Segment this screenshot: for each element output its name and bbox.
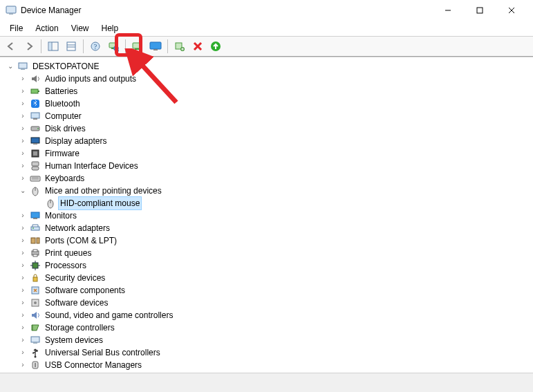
keyboard-icon: [30, 173, 41, 184]
svg-rect-54: [31, 227, 39, 230]
tree-category[interactable]: › Security devices: [3, 272, 533, 284]
expander-icon[interactable]: ⌄: [18, 185, 28, 197]
tree-device-label: HID-compliant mouse: [58, 196, 142, 210]
expander-icon[interactable]: ›: [18, 73, 28, 85]
tree-category-label: Print queues: [43, 247, 93, 259]
tree-category-label: Keyboards: [43, 172, 86, 185]
tree-category[interactable]: › Software components: [3, 284, 533, 297]
monitor-button[interactable]: [147, 38, 164, 55]
sound-icon: [30, 310, 41, 321]
scan-hardware-button[interactable]: [105, 38, 122, 55]
tree-category-label: Universal Serial Bus controllers: [43, 346, 162, 359]
expander-icon[interactable]: ›: [18, 284, 28, 297]
maximize-button[interactable]: [464, 0, 496, 21]
bluetooth-icon: [30, 98, 41, 109]
show-hide-tree-button[interactable]: [45, 38, 62, 55]
battery-icon: [30, 86, 41, 97]
expander-icon[interactable]: ›: [18, 309, 28, 321]
close-button[interactable]: [496, 0, 527, 21]
minimize-button[interactable]: [432, 0, 464, 21]
tree-category[interactable]: › Sound, video and game controllers: [3, 309, 533, 321]
svg-rect-3: [477, 8, 483, 13]
expander-icon[interactable]: ›: [18, 110, 28, 122]
tree-category[interactable]: › Monitors: [3, 209, 533, 222]
svg-rect-59: [33, 250, 37, 252]
tree-category[interactable]: › Bluetooth: [3, 97, 533, 110]
tree-device[interactable]: · HID-compliant mouse: [3, 197, 533, 209]
tree-category[interactable]: › Processors: [3, 259, 533, 272]
tree-category[interactable]: › USB Connector Managers: [3, 359, 533, 371]
audio-icon: [30, 73, 41, 84]
mouse-icon: [45, 198, 56, 209]
svg-rect-33: [38, 91, 39, 92]
tree-category[interactable]: › System devices: [3, 334, 533, 346]
forward-button[interactable]: [21, 38, 37, 55]
device-tree[interactable]: ⌄ DESKTOPATONE › Audio inputs and output…: [0, 57, 533, 373]
expander-icon[interactable]: ›: [18, 122, 28, 135]
update-driver-button[interactable]: [129, 38, 146, 55]
expander-icon[interactable]: ›: [18, 247, 28, 259]
svg-rect-39: [31, 138, 39, 143]
expander-icon[interactable]: ›: [18, 321, 28, 334]
computer-icon: [30, 111, 41, 122]
svg-rect-22: [153, 49, 158, 50]
firmware-icon: [30, 148, 41, 159]
tree-category[interactable]: › Ports (COM & LPT): [3, 234, 533, 247]
tree-category[interactable]: › Print queues: [3, 247, 533, 259]
tree-category[interactable]: › Firmware: [3, 147, 533, 160]
tree-category-label: Monitors: [43, 209, 79, 222]
system-icon: [30, 335, 41, 346]
tree-category[interactable]: › Keyboards: [3, 172, 533, 185]
expander-icon[interactable]: ›: [18, 272, 28, 284]
menu-view[interactable]: View: [66, 22, 95, 35]
svg-rect-21: [150, 42, 161, 49]
tree-category[interactable]: ⌄ Mice and other pointing devices: [3, 185, 533, 197]
expander-icon[interactable]: ›: [18, 85, 28, 97]
expander-icon[interactable]: ›: [18, 172, 28, 185]
svg-rect-43: [32, 162, 39, 166]
expander-icon[interactable]: ›: [18, 234, 28, 247]
tree-category[interactable]: › Human Interface Devices: [3, 160, 533, 172]
expander-icon[interactable]: ›: [18, 209, 28, 222]
tree-category[interactable]: › Audio inputs and outputs: [3, 73, 533, 85]
expander-icon[interactable]: ⌄: [6, 60, 15, 73]
add-legacy-button[interactable]: [171, 38, 188, 55]
tree-category[interactable]: › Network adapters: [3, 222, 533, 234]
expander-icon[interactable]: ›: [18, 147, 28, 160]
swcomp-icon: [30, 285, 41, 296]
expander-icon[interactable]: ›: [18, 222, 28, 234]
help-button[interactable]: ?: [87, 38, 104, 55]
tree-category[interactable]: › Disk drives: [3, 122, 533, 135]
expander-icon[interactable]: ›: [18, 359, 28, 371]
tree-category-label: Processors: [43, 259, 88, 272]
menu-help[interactable]: Help: [96, 22, 124, 35]
svg-rect-35: [31, 113, 39, 118]
tree-category[interactable]: › Computer: [3, 110, 533, 122]
tree-category-label: Software devices: [43, 297, 110, 309]
expander-icon[interactable]: ›: [18, 135, 28, 147]
menu-file[interactable]: File: [4, 22, 28, 35]
expander-icon[interactable]: ›: [18, 160, 28, 172]
enable-button[interactable]: [207, 38, 224, 55]
uninstall-button[interactable]: [189, 38, 206, 55]
tree-root[interactable]: ⌄ DESKTOPATONE: [3, 60, 533, 73]
expander-icon[interactable]: ›: [18, 297, 28, 309]
expander-icon[interactable]: ›: [18, 346, 28, 359]
menu-action[interactable]: Action: [30, 22, 64, 35]
tree-category[interactable]: › Universal Serial Bus controllers: [3, 346, 533, 359]
ports-icon: [30, 235, 41, 246]
tree-category[interactable]: › Display adapters: [3, 135, 533, 147]
expander-icon[interactable]: ›: [18, 334, 28, 346]
tree-category[interactable]: › Software devices: [3, 297, 533, 309]
expander-icon[interactable]: ›: [18, 97, 28, 110]
svg-rect-66: [33, 277, 37, 281]
properties-panel-button[interactable]: [63, 38, 80, 55]
back-button[interactable]: [3, 38, 19, 55]
tree-category[interactable]: › Batteries: [3, 85, 533, 97]
toolbar: ?: [0, 37, 533, 56]
swdev-icon: [30, 297, 41, 308]
expander-icon[interactable]: ›: [18, 259, 28, 272]
tree-category[interactable]: › Storage controllers: [3, 321, 533, 334]
svg-rect-31: [21, 68, 25, 70]
tree-category-label: Security devices: [43, 272, 107, 284]
